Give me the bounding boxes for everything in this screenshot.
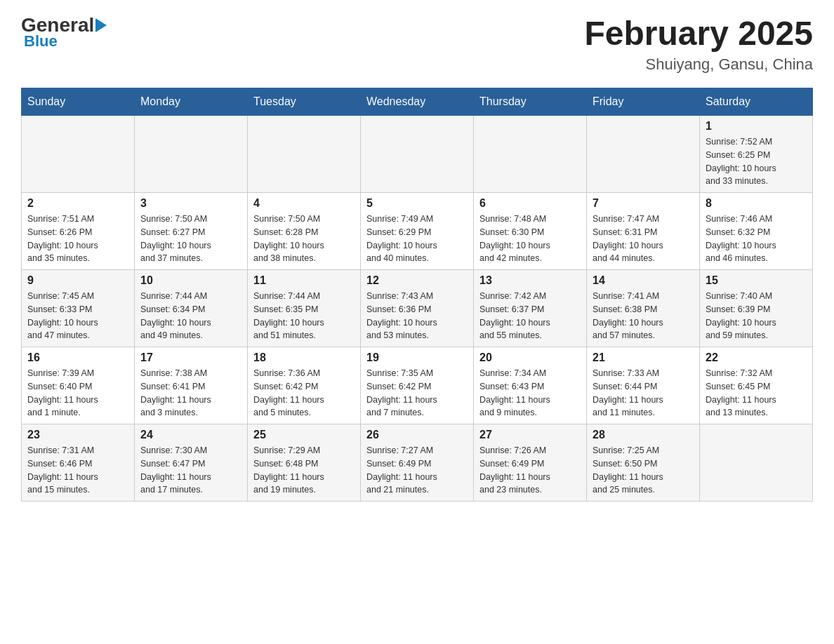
day-info: Sunrise: 7:47 AM Sunset: 6:31 PM Dayligh… [593,213,694,265]
calendar-cell: 11Sunrise: 7:44 AM Sunset: 6:35 PM Dayli… [248,270,361,347]
day-number: 11 [253,274,355,287]
day-info: Sunrise: 7:35 AM Sunset: 6:42 PM Dayligh… [366,367,468,420]
calendar-cell [700,424,813,502]
calendar-cell [22,116,135,193]
day-info: Sunrise: 7:39 AM Sunset: 6:40 PM Dayligh… [27,367,128,420]
day-info: Sunrise: 7:44 AM Sunset: 6:34 PM Dayligh… [140,290,241,342]
calendar-cell: 17Sunrise: 7:38 AM Sunset: 6:41 PM Dayli… [135,347,248,424]
day-info: Sunrise: 7:44 AM Sunset: 6:35 PM Dayligh… [253,290,355,342]
calendar-cell: 27Sunrise: 7:26 AM Sunset: 6:49 PM Dayli… [474,424,587,502]
day-number: 8 [706,197,807,210]
day-number: 9 [27,274,128,287]
calendar-cell: 20Sunrise: 7:34 AM Sunset: 6:43 PM Dayli… [474,347,587,424]
day-info: Sunrise: 7:52 AM Sunset: 6:25 PM Dayligh… [706,135,807,188]
day-number: 18 [253,351,355,364]
logo: General Blue [21,14,108,51]
day-number: 21 [593,351,694,364]
header-wednesday: Wednesday [361,88,474,116]
day-info: Sunrise: 7:36 AM Sunset: 6:42 PM Dayligh… [253,367,355,420]
title-area: February 2025 Shuiyang, Gansu, China [584,14,813,74]
calendar-cell: 22Sunrise: 7:32 AM Sunset: 6:45 PM Dayli… [700,347,813,424]
calendar-cell [474,116,587,193]
day-number: 23 [27,429,128,441]
calendar-cell [361,116,474,193]
day-number: 20 [479,351,581,364]
calendar-body: 1Sunrise: 7:52 AM Sunset: 6:25 PM Daylig… [22,116,813,502]
day-info: Sunrise: 7:27 AM Sunset: 6:49 PM Dayligh… [366,444,468,497]
location-subtitle: Shuiyang, Gansu, China [584,55,813,74]
day-info: Sunrise: 7:29 AM Sunset: 6:48 PM Dayligh… [253,444,355,497]
day-info: Sunrise: 7:31 AM Sunset: 6:46 PM Dayligh… [27,444,128,497]
calendar-cell: 21Sunrise: 7:33 AM Sunset: 6:44 PM Dayli… [587,347,700,424]
logo-blue-text: Blue [24,32,58,51]
calendar-cell: 3Sunrise: 7:50 AM Sunset: 6:27 PM Daylig… [135,193,248,270]
header-saturday: Saturday [700,88,813,116]
day-info: Sunrise: 7:49 AM Sunset: 6:29 PM Dayligh… [366,213,468,265]
week-row-4: 16Sunrise: 7:39 AM Sunset: 6:40 PM Dayli… [22,347,813,424]
calendar-title: February 2025 [584,14,813,53]
day-info: Sunrise: 7:38 AM Sunset: 6:41 PM Dayligh… [140,367,241,420]
week-row-1: 1Sunrise: 7:52 AM Sunset: 6:25 PM Daylig… [22,116,813,193]
calendar-cell: 8Sunrise: 7:46 AM Sunset: 6:32 PM Daylig… [700,193,813,270]
week-row-2: 2Sunrise: 7:51 AM Sunset: 6:26 PM Daylig… [22,193,813,270]
day-info: Sunrise: 7:40 AM Sunset: 6:39 PM Dayligh… [706,290,807,342]
calendar-cell: 23Sunrise: 7:31 AM Sunset: 6:46 PM Dayli… [22,424,135,502]
day-number: 26 [366,429,468,441]
calendar-cell: 13Sunrise: 7:42 AM Sunset: 6:37 PM Dayli… [474,270,587,347]
week-row-5: 23Sunrise: 7:31 AM Sunset: 6:46 PM Dayli… [22,424,813,502]
day-info: Sunrise: 7:50 AM Sunset: 6:28 PM Dayligh… [253,213,355,265]
calendar-cell [135,116,248,193]
header-thursday: Thursday [474,88,587,116]
calendar-cell: 5Sunrise: 7:49 AM Sunset: 6:29 PM Daylig… [361,193,474,270]
weekday-header-row: Sunday Monday Tuesday Wednesday Thursday… [22,88,813,116]
day-number: 1 [706,120,807,133]
header-sunday: Sunday [22,88,135,116]
day-number: 6 [479,197,581,210]
calendar-cell [587,116,700,193]
day-number: 7 [593,197,694,210]
calendar-cell: 19Sunrise: 7:35 AM Sunset: 6:42 PM Dayli… [361,347,474,424]
calendar-cell: 12Sunrise: 7:43 AM Sunset: 6:36 PM Dayli… [361,270,474,347]
day-number: 14 [593,274,694,287]
header-monday: Monday [135,88,248,116]
day-number: 17 [140,351,241,364]
week-row-3: 9Sunrise: 7:45 AM Sunset: 6:33 PM Daylig… [22,270,813,347]
day-info: Sunrise: 7:33 AM Sunset: 6:44 PM Dayligh… [593,367,694,420]
day-number: 25 [253,429,355,441]
calendar-cell: 7Sunrise: 7:47 AM Sunset: 6:31 PM Daylig… [587,193,700,270]
calendar-cell: 16Sunrise: 7:39 AM Sunset: 6:40 PM Dayli… [22,347,135,424]
day-number: 19 [366,351,468,364]
day-info: Sunrise: 7:26 AM Sunset: 6:49 PM Dayligh… [479,444,581,497]
calendar-cell: 14Sunrise: 7:41 AM Sunset: 6:38 PM Dayli… [587,270,700,347]
calendar-cell: 1Sunrise: 7:52 AM Sunset: 6:25 PM Daylig… [700,116,813,193]
day-info: Sunrise: 7:30 AM Sunset: 6:47 PM Dayligh… [140,444,241,497]
calendar-cell: 9Sunrise: 7:45 AM Sunset: 6:33 PM Daylig… [22,270,135,347]
calendar-cell: 28Sunrise: 7:25 AM Sunset: 6:50 PM Dayli… [587,424,700,502]
header-friday: Friday [587,88,700,116]
calendar-cell: 25Sunrise: 7:29 AM Sunset: 6:48 PM Dayli… [248,424,361,502]
day-number: 3 [140,197,241,210]
day-info: Sunrise: 7:46 AM Sunset: 6:32 PM Dayligh… [706,213,807,265]
calendar-cell: 6Sunrise: 7:48 AM Sunset: 6:30 PM Daylig… [474,193,587,270]
day-info: Sunrise: 7:34 AM Sunset: 6:43 PM Dayligh… [479,367,581,420]
header-tuesday: Tuesday [248,88,361,116]
calendar-cell: 2Sunrise: 7:51 AM Sunset: 6:26 PM Daylig… [22,193,135,270]
calendar-cell: 24Sunrise: 7:30 AM Sunset: 6:47 PM Dayli… [135,424,248,502]
day-number: 22 [706,351,807,364]
day-number: 16 [27,351,128,364]
day-info: Sunrise: 7:41 AM Sunset: 6:38 PM Dayligh… [593,290,694,342]
calendar-cell: 10Sunrise: 7:44 AM Sunset: 6:34 PM Dayli… [135,270,248,347]
day-info: Sunrise: 7:48 AM Sunset: 6:30 PM Dayligh… [479,213,581,265]
day-info: Sunrise: 7:51 AM Sunset: 6:26 PM Dayligh… [27,213,128,265]
calendar-cell: 15Sunrise: 7:40 AM Sunset: 6:39 PM Dayli… [700,270,813,347]
header: General Blue February 2025 Shuiyang, Gan… [21,14,813,74]
day-number: 28 [593,429,694,441]
calendar-cell: 4Sunrise: 7:50 AM Sunset: 6:28 PM Daylig… [248,193,361,270]
day-number: 4 [253,197,355,210]
calendar-cell [248,116,361,193]
day-info: Sunrise: 7:32 AM Sunset: 6:45 PM Dayligh… [706,367,807,420]
day-number: 10 [140,274,241,287]
day-number: 12 [366,274,468,287]
day-number: 15 [706,274,807,287]
day-number: 5 [366,197,468,210]
